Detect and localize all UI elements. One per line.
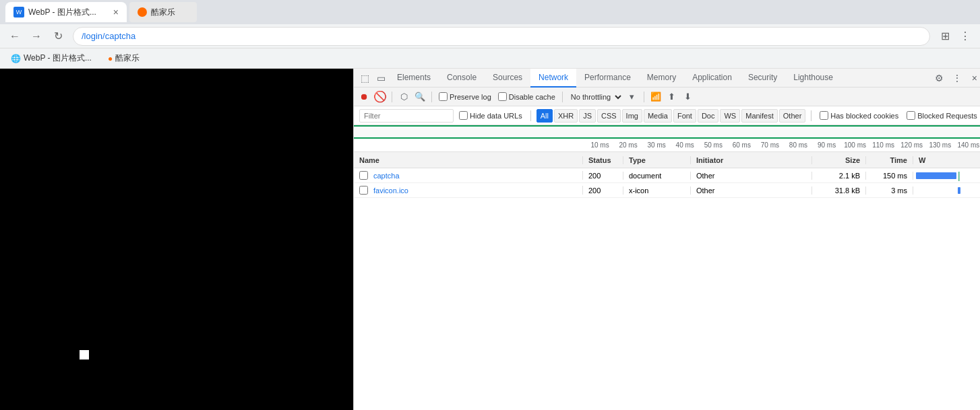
- devtools-tab-bar: ⬚ ▭ Elements Console Sources Network Per…: [354, 69, 980, 88]
- tab-elements[interactable]: Elements: [389, 69, 439, 88]
- blocked-requests-checkbox[interactable]: [907, 111, 915, 120]
- tab1-close[interactable]: ×: [113, 7, 119, 18]
- back-button[interactable]: ←: [5, 27, 24, 46]
- filter-img[interactable]: Img: [622, 109, 642, 123]
- preserve-log-label[interactable]: Preserve log: [436, 92, 494, 101]
- filter-media[interactable]: Media: [644, 109, 672, 123]
- timeline-times: 10 ms 20 ms 30 ms 40 ms 50 ms 60 ms 70 m…: [583, 141, 980, 149]
- hide-data-urls-text: Hide data URLs: [470, 112, 522, 120]
- filter-button[interactable]: ⬡: [396, 90, 411, 104]
- filter-manifest[interactable]: Manifest: [741, 109, 778, 123]
- blocked-requests-label[interactable]: Blocked Requests: [904, 111, 980, 120]
- white-square: [80, 350, 89, 360]
- tab-performance[interactable]: Performance: [576, 69, 639, 88]
- bookmark-1[interactable]: 🌐 WebP - 图片格式...: [5, 51, 97, 65]
- disable-cache-label[interactable]: Disable cache: [495, 92, 558, 101]
- row2-initiator: Other: [691, 186, 812, 195]
- browser-tab-2[interactable]: 酷家乐: [129, 2, 197, 22]
- browser-menu: ⊞ ⋮: [936, 27, 975, 46]
- tab-console[interactable]: Console: [439, 69, 485, 88]
- tab2-title: 酷家乐: [151, 7, 189, 18]
- tab1-favicon: W: [13, 7, 24, 18]
- tick-130ms: 130 ms: [926, 141, 954, 149]
- browser-window: W WebP - 图片格式... × 酷家乐 ← → ↻ /login/capt…: [0, 0, 980, 410]
- tab2-favicon: [137, 7, 147, 17]
- table-header: Name Status Type Initiator Size Time: [354, 152, 980, 168]
- tab-application[interactable]: Application: [684, 69, 740, 88]
- tab-lighthouse[interactable]: Lighthouse: [785, 69, 841, 88]
- header-type[interactable]: Type: [623, 156, 691, 164]
- filter-font[interactable]: Font: [673, 109, 696, 123]
- hide-data-urls-label[interactable]: Hide data URLs: [456, 111, 525, 120]
- tick-30ms: 30 ms: [642, 141, 671, 149]
- devtools-inspect-btn[interactable]: ⬚: [357, 70, 373, 86]
- has-blocked-cookies-checkbox[interactable]: [820, 111, 828, 120]
- filter-xhr[interactable]: XHR: [554, 109, 578, 123]
- filter-ws[interactable]: WS: [720, 109, 740, 123]
- row1-type: document: [623, 172, 691, 180]
- search-button[interactable]: 🔍: [412, 90, 427, 104]
- row1-initiator: Other: [691, 172, 812, 180]
- forward-button[interactable]: →: [27, 27, 46, 46]
- throttle-dropdown[interactable]: ▾: [625, 90, 640, 104]
- header-name[interactable]: Name: [354, 156, 583, 164]
- filter-all[interactable]: All: [537, 109, 553, 123]
- preserve-log-checkbox[interactable]: [439, 92, 448, 101]
- header-waterfall[interactable]: W: [913, 156, 980, 164]
- tab-security[interactable]: Security: [740, 69, 785, 88]
- header-time[interactable]: Time: [866, 156, 913, 164]
- row1-checkbox[interactable]: [359, 171, 368, 180]
- import-button[interactable]: ⬆: [665, 90, 679, 104]
- row2-checkbox[interactable]: [359, 186, 368, 195]
- tick-90ms: 90 ms: [813, 141, 841, 149]
- header-size[interactable]: Size: [812, 156, 866, 164]
- bookmarks-bar: 🌐 WebP - 图片格式... ● 酷家乐: [0, 48, 980, 69]
- devtools-settings-icon[interactable]: ⚙: [931, 70, 948, 86]
- header-status[interactable]: Status: [583, 156, 623, 164]
- menu-btn[interactable]: ⋮: [956, 27, 975, 46]
- wifi-icon[interactable]: 📶: [648, 90, 663, 104]
- devtools-close-icon[interactable]: ×: [967, 70, 980, 86]
- nav-buttons: ← → ↻: [5, 27, 67, 46]
- blocked-requests-text: Blocked Requests: [917, 112, 977, 120]
- table-row[interactable]: favicon.ico 200 x-icon Other 31.8 kB 3 m…: [354, 183, 980, 198]
- network-toolbar: ⏺ 🚫 ⬡ 🔍 Preserve log Disable cache No th…: [354, 88, 980, 106]
- browser-tab-1[interactable]: W WebP - 图片格式... ×: [5, 2, 127, 22]
- filter-css[interactable]: CSS: [597, 109, 621, 123]
- tab-network[interactable]: Network: [530, 69, 576, 88]
- tick-140ms: 140 ms: [954, 141, 980, 149]
- disable-cache-checkbox[interactable]: [498, 92, 507, 101]
- page-content: [0, 69, 353, 410]
- separator-4: [644, 92, 644, 102]
- refresh-button[interactable]: ↻: [49, 27, 67, 46]
- address-bar[interactable]: /login/captcha: [73, 27, 930, 46]
- tick-80ms: 80 ms: [784, 141, 812, 149]
- tab-sources[interactable]: Sources: [485, 69, 530, 88]
- throttle-select[interactable]: No throttling: [567, 92, 623, 102]
- row1-waterfall-indicator: |: [958, 170, 960, 181]
- filter-input[interactable]: [359, 109, 454, 123]
- filter-other[interactable]: Other: [779, 109, 806, 123]
- devtools-more-icon[interactable]: ⋮: [949, 70, 965, 86]
- devtools-device-btn[interactable]: ▭: [373, 70, 389, 86]
- filter-doc[interactable]: Doc: [698, 109, 719, 123]
- record-button[interactable]: ⏺: [357, 90, 371, 104]
- waterfall-header: [354, 125, 980, 139]
- bookmark-2[interactable]: ● 酷家乐: [102, 51, 145, 65]
- tick-110ms: 110 ms: [869, 141, 898, 149]
- clear-button[interactable]: 🚫: [373, 90, 388, 104]
- timeline-bar: 10 ms 20 ms 30 ms 40 ms 50 ms 60 ms 70 m…: [354, 139, 980, 152]
- bookmark2-icon: ●: [108, 54, 113, 63]
- extensions-btn[interactable]: ⊞: [936, 27, 954, 46]
- header-initiator[interactable]: Initiator: [691, 156, 812, 164]
- export-button[interactable]: ⬇: [681, 90, 696, 104]
- separator-3: [562, 92, 563, 102]
- table-row[interactable]: captcha 200 document Other 2.1 kB 150 ms: [354, 168, 980, 183]
- hide-data-urls-checkbox[interactable]: [459, 111, 468, 120]
- filter-js[interactable]: JS: [579, 109, 596, 123]
- tick-120ms: 120 ms: [898, 141, 926, 149]
- tick-20ms: 20 ms: [614, 141, 642, 149]
- tab-memory[interactable]: Memory: [639, 69, 684, 88]
- has-blocked-cookies-label[interactable]: Has blocked cookies: [817, 111, 901, 120]
- row1-size: 2.1 kB: [812, 172, 866, 180]
